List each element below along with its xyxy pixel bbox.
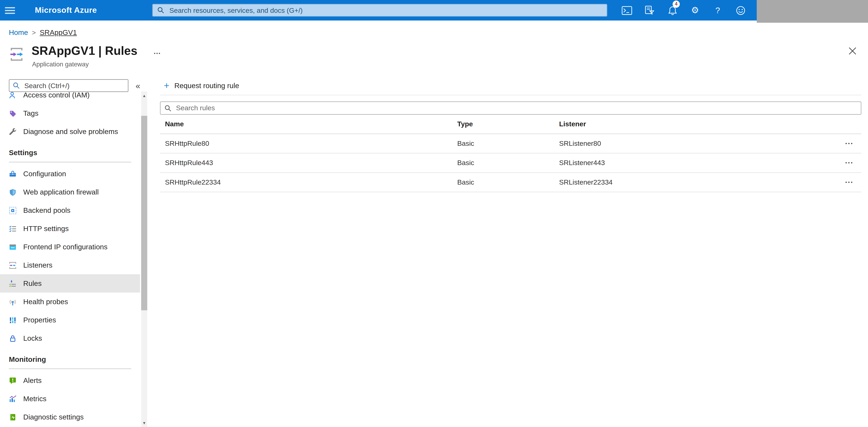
sidebar-item-alerts[interactable]: Alerts: [0, 371, 140, 390]
scrollbar-down-arrow[interactable]: ▼: [141, 420, 147, 426]
tag-icon: [9, 109, 17, 117]
table-row[interactable]: SRHttpRule22334 Basic SRListener22334 ••…: [160, 173, 862, 192]
sidebar-item-label: Web application firewall: [23, 188, 99, 196]
sidebar-item-label: Tags: [23, 109, 38, 118]
sidebar-item-health-probes[interactable]: Health probes: [0, 292, 140, 311]
sidebar-section-settings: Settings: [0, 147, 140, 159]
scrollbar-up-arrow[interactable]: ▲: [141, 93, 147, 99]
notification-badge: 4: [673, 1, 680, 8]
lock-icon: [9, 334, 17, 342]
rules-search-box: [160, 101, 862, 115]
rule-type-cell: Basic: [457, 140, 559, 147]
sidebar-item-label: Health probes: [23, 297, 68, 306]
application-gateway-icon: [9, 47, 24, 62]
sidebar-item-http-settings[interactable]: HTTP settings: [0, 220, 140, 238]
top-bar: Microsoft Azure 4 ⚙ ?: [0, 0, 868, 21]
table-row[interactable]: SRHttpRule80 Basic SRListener80 •••: [160, 134, 862, 153]
toolbox-icon: [9, 170, 17, 177]
plus-icon: +: [164, 81, 169, 90]
sidebar-item-properties[interactable]: Properties: [0, 311, 140, 329]
backend-pools-icon: [9, 206, 17, 214]
redacted-account-area: [756, 0, 868, 23]
table-row[interactable]: SRHttpRule443 Basic SRListener443 •••: [160, 153, 862, 173]
sidebar-item-access-control[interactable]: Access control (IAM): [0, 92, 140, 104]
sidebar-item-rules[interactable]: Rules: [0, 274, 140, 292]
rules-search-input[interactable]: [175, 104, 857, 113]
resource-menu-sidebar: « Access control (IAM) Tags: [0, 72, 150, 427]
sidebar-item-label: Frontend IP configurations: [23, 243, 107, 251]
breadcrumb: Home>SRAppGV1: [9, 28, 77, 36]
close-icon[interactable]: [847, 47, 858, 56]
rule-type-cell: Basic: [457, 159, 559, 167]
sidebar-item-configuration[interactable]: Configuration: [0, 165, 140, 183]
page-title: SRAppGV1 | Rules: [32, 44, 137, 58]
column-header-name: Name: [160, 120, 457, 128]
breadcrumb-home-link[interactable]: Home: [9, 28, 28, 36]
sidebar-item-tags[interactable]: Tags: [0, 104, 140, 122]
sidebar-item-waf[interactable]: Web application firewall: [0, 183, 140, 201]
sidebar-item-label: Metrics: [23, 395, 46, 403]
diagnostic-settings-icon: [9, 413, 17, 421]
sidebar-search-box: [9, 79, 128, 92]
sidebar-item-label: Properties: [23, 316, 56, 324]
alert-icon: [9, 376, 17, 384]
directory-filter-icon[interactable]: [638, 0, 661, 21]
listeners-icon: [9, 261, 17, 269]
sidebar-item-listeners[interactable]: Listeners: [0, 256, 140, 274]
access-control-icon: [9, 92, 17, 99]
settings-gear-icon[interactable]: ⚙: [684, 0, 706, 21]
help-icon[interactable]: ?: [706, 0, 729, 21]
sidebar-item-label: Diagnostic settings: [23, 413, 84, 421]
breadcrumb-current-link[interactable]: SRAppGV1: [40, 28, 77, 36]
rule-listener-cell: SRListener80: [559, 140, 830, 147]
divider: [160, 95, 862, 95]
sidebar-item-label: Alerts: [23, 376, 42, 385]
scrollbar-thumb[interactable]: [141, 116, 147, 310]
checklist-icon: [9, 225, 17, 232]
table-header-row: Name Type Listener: [160, 115, 862, 134]
hamburger-menu-icon[interactable]: [5, 5, 17, 16]
frontend-ip-icon: [9, 243, 17, 251]
sidebar-item-backend-pools[interactable]: Backend pools: [0, 201, 140, 220]
properties-icon: [9, 316, 17, 324]
column-header-type: Type: [457, 120, 559, 128]
shield-icon: [9, 188, 17, 196]
azure-brand[interactable]: Microsoft Azure: [35, 0, 97, 21]
breadcrumb-separator: >: [32, 29, 36, 36]
sidebar-item-diagnose[interactable]: Diagnose and solve problems: [0, 122, 140, 141]
page-more-button[interactable]: •••: [153, 50, 162, 57]
sidebar-item-label: Access control (IAM): [23, 92, 90, 99]
global-search-box: [152, 4, 607, 17]
search-icon: [157, 7, 164, 14]
notifications-bell-icon[interactable]: 4: [661, 0, 684, 21]
rule-name-cell: SRHttpRule80: [160, 140, 457, 147]
feedback-smiley-icon[interactable]: [729, 0, 752, 21]
row-menu-button[interactable]: •••: [830, 141, 861, 146]
rule-name-cell: SRHttpRule443: [160, 159, 457, 167]
sidebar-item-label: Locks: [23, 334, 42, 343]
wrench-icon: [9, 128, 17, 136]
sidebar-item-frontend-ip[interactable]: Frontend IP configurations: [0, 238, 140, 256]
sidebar-item-label: HTTP settings: [23, 224, 69, 233]
search-icon: [13, 82, 20, 89]
rule-listener-cell: SRListener443: [559, 159, 830, 167]
sidebar-item-label: Configuration: [23, 170, 66, 178]
sidebar-item-locks[interactable]: Locks: [0, 329, 140, 347]
sidebar-item-diagnostic-settings[interactable]: Diagnostic settings: [0, 408, 140, 426]
metrics-icon: [9, 395, 17, 402]
rule-type-cell: Basic: [457, 178, 559, 186]
sidebar-item-label: Rules: [23, 279, 42, 287]
sidebar-nav-viewport: Access control (IAM) Tags Diagnose and s…: [0, 92, 140, 427]
row-menu-button[interactable]: •••: [830, 160, 861, 166]
sidebar-search-input[interactable]: [23, 81, 125, 90]
global-search-input[interactable]: [168, 6, 602, 15]
sidebar-item-metrics[interactable]: Metrics: [0, 390, 140, 408]
row-menu-button[interactable]: •••: [830, 179, 861, 185]
collapse-sidebar-button[interactable]: «: [134, 80, 142, 91]
rules-table: Name Type Listener SRHttpRule80 Basic SR…: [160, 115, 862, 192]
topbar-icon-row: 4 ⚙ ?: [616, 0, 752, 21]
request-routing-rule-button[interactable]: + Request routing rule: [164, 80, 239, 90]
cloud-shell-icon[interactable]: [616, 0, 639, 21]
sidebar-item-label: Diagnose and solve problems: [23, 127, 118, 136]
rule-name-cell: SRHttpRule22334: [160, 178, 457, 186]
